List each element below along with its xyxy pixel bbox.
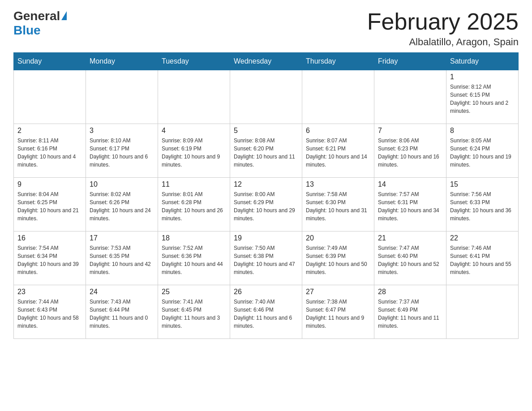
header-tuesday: Tuesday	[158, 53, 230, 70]
month-year-title: February 2025	[367, 9, 519, 34]
table-row: 17Sunrise: 7:53 AMSunset: 6:35 PMDayligh…	[86, 231, 158, 285]
day-info: Sunrise: 8:12 AMSunset: 6:15 PMDaylight:…	[450, 83, 515, 115]
table-row	[446, 285, 519, 339]
header-thursday: Thursday	[302, 53, 374, 70]
day-info: Sunrise: 7:52 AMSunset: 6:36 PMDaylight:…	[162, 244, 226, 276]
table-row: 8Sunrise: 8:05 AMSunset: 6:24 PMDaylight…	[446, 124, 519, 178]
header-monday: Monday	[86, 53, 158, 70]
table-row: 12Sunrise: 8:00 AMSunset: 6:29 PMDayligh…	[230, 178, 302, 231]
day-number: 25	[162, 288, 226, 296]
day-info: Sunrise: 7:54 AMSunset: 6:34 PMDaylight:…	[17, 244, 82, 276]
table-row: 10Sunrise: 8:02 AMSunset: 6:26 PMDayligh…	[86, 178, 158, 231]
day-info: Sunrise: 8:01 AMSunset: 6:28 PMDaylight:…	[162, 190, 226, 223]
header: General Blue February 2025 Albalatillo, …	[13, 9, 519, 48]
logo-triangle-icon	[61, 11, 67, 20]
day-info: Sunrise: 7:47 AMSunset: 6:40 PMDaylight:…	[378, 244, 442, 276]
day-number: 17	[90, 234, 154, 242]
header-friday: Friday	[374, 53, 446, 70]
table-row: 11Sunrise: 8:01 AMSunset: 6:28 PMDayligh…	[158, 178, 230, 231]
location-subtitle: Albalatillo, Aragon, Spain	[367, 36, 519, 48]
calendar-week-row: 9Sunrise: 8:04 AMSunset: 6:25 PMDaylight…	[14, 178, 519, 231]
day-info: Sunrise: 7:37 AMSunset: 6:49 PMDaylight:…	[378, 298, 442, 330]
day-info: Sunrise: 7:58 AMSunset: 6:30 PMDaylight:…	[306, 190, 370, 223]
day-number: 24	[90, 288, 154, 296]
table-row	[230, 70, 302, 124]
table-row	[302, 70, 374, 124]
table-row	[86, 70, 158, 124]
day-info: Sunrise: 7:44 AMSunset: 6:43 PMDaylight:…	[17, 298, 82, 330]
day-number: 20	[306, 234, 370, 242]
day-info: Sunrise: 7:43 AMSunset: 6:44 PMDaylight:…	[90, 298, 154, 330]
table-row: 3Sunrise: 8:10 AMSunset: 6:17 PMDaylight…	[86, 124, 158, 178]
header-wednesday: Wednesday	[230, 53, 302, 70]
table-row: 26Sunrise: 7:40 AMSunset: 6:46 PMDayligh…	[230, 285, 302, 339]
day-number: 5	[234, 127, 298, 135]
table-row: 28Sunrise: 7:37 AMSunset: 6:49 PMDayligh…	[374, 285, 446, 339]
day-info: Sunrise: 7:50 AMSunset: 6:38 PMDaylight:…	[234, 244, 298, 276]
table-row: 5Sunrise: 8:08 AMSunset: 6:20 PMDaylight…	[230, 124, 302, 178]
day-info: Sunrise: 7:53 AMSunset: 6:35 PMDaylight:…	[90, 244, 154, 276]
calendar-week-row: 1Sunrise: 8:12 AMSunset: 6:15 PMDaylight…	[14, 70, 519, 124]
day-info: Sunrise: 8:10 AMSunset: 6:17 PMDaylight:…	[90, 137, 154, 169]
day-number: 26	[234, 288, 298, 296]
logo-general: General	[13, 9, 60, 23]
day-number: 7	[378, 127, 442, 135]
day-info: Sunrise: 7:41 AMSunset: 6:45 PMDaylight:…	[162, 298, 226, 330]
table-row: 20Sunrise: 7:49 AMSunset: 6:39 PMDayligh…	[302, 231, 374, 285]
table-row: 18Sunrise: 7:52 AMSunset: 6:36 PMDayligh…	[158, 231, 230, 285]
table-row: 16Sunrise: 7:54 AMSunset: 6:34 PMDayligh…	[14, 231, 86, 285]
day-number: 19	[234, 234, 298, 242]
day-info: Sunrise: 8:11 AMSunset: 6:16 PMDaylight:…	[17, 137, 82, 169]
table-row: 7Sunrise: 8:06 AMSunset: 6:23 PMDaylight…	[374, 124, 446, 178]
day-info: Sunrise: 8:07 AMSunset: 6:21 PMDaylight:…	[306, 137, 370, 169]
table-row: 4Sunrise: 8:09 AMSunset: 6:19 PMDaylight…	[158, 124, 230, 178]
day-info: Sunrise: 7:46 AMSunset: 6:41 PMDaylight:…	[450, 244, 515, 276]
day-info: Sunrise: 8:02 AMSunset: 6:26 PMDaylight:…	[90, 190, 154, 223]
table-row: 22Sunrise: 7:46 AMSunset: 6:41 PMDayligh…	[446, 231, 519, 285]
day-number: 18	[162, 234, 226, 242]
logo: General Blue	[13, 9, 67, 38]
header-sunday: Sunday	[14, 53, 86, 70]
calendar-week-row: 23Sunrise: 7:44 AMSunset: 6:43 PMDayligh…	[14, 285, 519, 339]
table-row: 21Sunrise: 7:47 AMSunset: 6:40 PMDayligh…	[374, 231, 446, 285]
table-row: 23Sunrise: 7:44 AMSunset: 6:43 PMDayligh…	[14, 285, 86, 339]
day-number: 11	[162, 180, 226, 188]
table-row: 25Sunrise: 7:41 AMSunset: 6:45 PMDayligh…	[158, 285, 230, 339]
logo-blue: Blue	[13, 23, 41, 37]
title-section: February 2025 Albalatillo, Aragon, Spain	[367, 9, 519, 48]
day-number: 1	[450, 73, 515, 81]
day-info: Sunrise: 8:06 AMSunset: 6:23 PMDaylight:…	[378, 137, 442, 169]
day-number: 4	[162, 127, 226, 135]
table-row	[14, 70, 86, 124]
day-number: 10	[90, 180, 154, 188]
table-row: 15Sunrise: 7:56 AMSunset: 6:33 PMDayligh…	[446, 178, 519, 231]
day-number: 27	[306, 288, 370, 296]
day-number: 8	[450, 127, 515, 135]
table-row	[374, 70, 446, 124]
table-row: 1Sunrise: 8:12 AMSunset: 6:15 PMDaylight…	[446, 70, 519, 124]
day-number: 23	[17, 288, 82, 296]
day-number: 21	[378, 234, 442, 242]
table-row: 13Sunrise: 7:58 AMSunset: 6:30 PMDayligh…	[302, 178, 374, 231]
calendar-week-row: 16Sunrise: 7:54 AMSunset: 6:34 PMDayligh…	[14, 231, 519, 285]
calendar-table: Sunday Monday Tuesday Wednesday Thursday…	[13, 52, 519, 339]
day-info: Sunrise: 8:00 AMSunset: 6:29 PMDaylight:…	[234, 190, 298, 223]
day-number: 2	[17, 127, 82, 135]
calendar-week-row: 2Sunrise: 8:11 AMSunset: 6:16 PMDaylight…	[14, 124, 519, 178]
weekday-header-row: Sunday Monday Tuesday Wednesday Thursday…	[14, 53, 519, 70]
day-number: 22	[450, 234, 515, 242]
day-info: Sunrise: 8:04 AMSunset: 6:25 PMDaylight:…	[17, 190, 82, 223]
table-row: 24Sunrise: 7:43 AMSunset: 6:44 PMDayligh…	[86, 285, 158, 339]
table-row: 2Sunrise: 8:11 AMSunset: 6:16 PMDaylight…	[14, 124, 86, 178]
day-info: Sunrise: 7:57 AMSunset: 6:31 PMDaylight:…	[378, 190, 442, 223]
day-number: 3	[90, 127, 154, 135]
day-info: Sunrise: 7:49 AMSunset: 6:39 PMDaylight:…	[306, 244, 370, 276]
day-number: 9	[17, 180, 82, 188]
page-container: General Blue February 2025 Albalatillo, …	[0, 0, 532, 352]
day-number: 28	[378, 288, 442, 296]
day-info: Sunrise: 8:08 AMSunset: 6:20 PMDaylight:…	[234, 137, 298, 169]
day-number: 13	[306, 180, 370, 188]
header-saturday: Saturday	[446, 53, 519, 70]
day-number: 12	[234, 180, 298, 188]
table-row: 14Sunrise: 7:57 AMSunset: 6:31 PMDayligh…	[374, 178, 446, 231]
